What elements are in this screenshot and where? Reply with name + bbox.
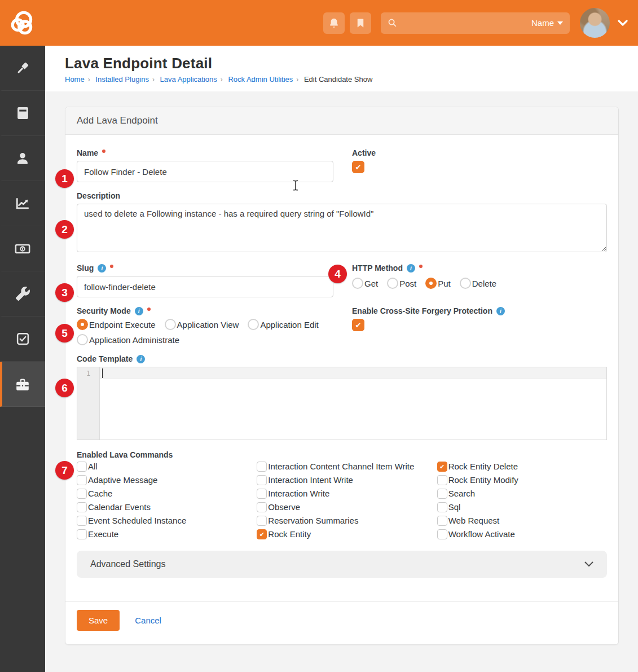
lava-command-observe[interactable]: Observe (257, 502, 426, 512)
lava-command-adaptive-message[interactable]: Adaptive Message (77, 475, 247, 485)
breadcrumb-installed-plugins[interactable]: Installed Plugins (95, 75, 149, 84)
lava-command-interaction-intent-write[interactable]: Interaction Intent Write (257, 475, 426, 485)
notifications-button[interactable] (323, 12, 345, 34)
checkbox-cache[interactable] (77, 489, 87, 499)
lava-command-rock-entity-modify[interactable]: Rock Entity Modify (437, 475, 607, 485)
global-search[interactable]: Name (381, 12, 570, 34)
checkbox-reservation-summaries[interactable] (257, 516, 267, 526)
cancel-button[interactable]: Cancel (135, 616, 161, 625)
sidebar-item-finance[interactable] (0, 226, 45, 271)
sidebar-item-reports[interactable] (0, 181, 45, 226)
sidebar-item-library[interactable] (0, 91, 45, 136)
active-checkbox[interactable] (352, 161, 364, 173)
user-menu-chevron-icon[interactable] (618, 20, 628, 27)
page-title: Lava Endpoint Detail (65, 55, 638, 72)
save-button[interactable]: Save (77, 610, 120, 631)
checkbox-interaction-write[interactable] (257, 489, 267, 499)
security-mode-option-application-edit[interactable]: Application Edit (248, 319, 318, 330)
http-method-option-delete[interactable]: Delete (460, 278, 496, 289)
http-method-option-post[interactable]: Post (387, 278, 416, 289)
security-mode-option-endpoint-execute[interactable]: Endpoint Execute (77, 319, 156, 330)
lava-command-cache[interactable]: Cache (77, 489, 247, 499)
lava-command-interaction-content-channel-item-write[interactable]: Interaction Content Channel Item Write (257, 462, 426, 472)
radio-put[interactable] (425, 278, 437, 289)
security-mode-option-application-view[interactable]: Application View (165, 319, 239, 330)
lava-command-reservation-summaries[interactable]: Reservation Summaries (257, 516, 426, 526)
slug-input[interactable] (77, 276, 333, 297)
checkbox-adaptive-message[interactable] (77, 475, 87, 485)
name-label: Name (77, 148, 333, 157)
radio-delete[interactable] (460, 278, 471, 289)
checkbox-rock-entity[interactable] (257, 529, 267, 539)
description-textarea[interactable]: used to delete a Following instance - ha… (77, 204, 607, 252)
radio-application-edit[interactable] (248, 319, 259, 330)
checkbox-rock-entity-delete[interactable] (437, 462, 447, 472)
breadcrumb-home[interactable]: Home (65, 75, 85, 84)
radio-post[interactable] (387, 278, 398, 289)
bookmark-icon (355, 18, 366, 28)
info-icon[interactable]: i (407, 264, 415, 273)
gavel-icon (15, 61, 30, 76)
required-indicator (102, 150, 105, 153)
checkbox-event-scheduled-instance[interactable] (77, 516, 87, 526)
breadcrumb-lava-applications[interactable]: Lava Applications (160, 75, 217, 84)
text-caret (102, 368, 103, 378)
app-logo[interactable] (0, 9, 45, 37)
lava-command-event-scheduled-instance[interactable]: Event Scheduled Instance (77, 516, 247, 526)
checkbox-search[interactable] (437, 489, 447, 499)
name-input[interactable] (77, 161, 333, 182)
checkbox-interaction-intent-write[interactable] (257, 475, 267, 485)
info-icon[interactable]: i (135, 307, 143, 315)
csrf-checkbox[interactable] (352, 319, 364, 331)
search-scope-dropdown[interactable]: Name (531, 18, 563, 28)
sidebar-item-people[interactable] (0, 136, 45, 181)
avatar[interactable] (580, 8, 610, 38)
info-icon[interactable]: i (496, 307, 505, 315)
lava-command-sql[interactable]: Sql (437, 502, 607, 512)
bookmarks-button[interactable] (350, 12, 371, 34)
lava-command-rock-entity[interactable]: Rock Entity (257, 529, 426, 539)
advanced-settings-label: Advanced Settings (90, 559, 165, 569)
checkbox-all[interactable] (77, 462, 87, 472)
radio-endpoint-execute[interactable] (77, 319, 88, 330)
checkbox-interaction-content-channel-item-write[interactable] (257, 462, 267, 472)
sidebar-item-admin[interactable] (0, 46, 45, 91)
checkbox-execute[interactable] (77, 529, 87, 539)
line-number: 1 (86, 370, 90, 377)
radio-application-administrate[interactable] (77, 334, 88, 345)
code-template-editor[interactable]: 1 (77, 367, 607, 440)
radio-get[interactable] (352, 278, 363, 289)
sidebar (0, 46, 45, 672)
active-field-group: Active (352, 148, 607, 182)
lava-command-execute[interactable]: Execute (77, 529, 247, 539)
money-bill-icon (15, 241, 30, 257)
sidebar-item-tools[interactable] (0, 271, 45, 317)
breadcrumb-rock-admin-utilities[interactable]: Rock Admin Utilities (228, 75, 293, 84)
required-indicator (110, 265, 113, 268)
checkbox-calendar-events[interactable] (77, 502, 87, 512)
checkbox-workflow-activate[interactable] (437, 529, 447, 539)
checkbox-observe[interactable] (257, 502, 267, 512)
lava-command-interaction-write[interactable]: Interaction Write (257, 489, 426, 499)
sidebar-item-checkin[interactable] (0, 317, 45, 362)
http-method-option-put[interactable]: Put (425, 278, 451, 289)
security-mode-option-application-administrate[interactable]: Application Administrate (77, 334, 179, 345)
radio-application-view[interactable] (165, 319, 176, 330)
lava-command-workflow-activate[interactable]: Workflow Activate (437, 529, 607, 539)
checkbox-sql[interactable] (437, 502, 447, 512)
http-method-option-get[interactable]: Get (352, 278, 378, 289)
lava-command-all[interactable]: All (77, 462, 247, 472)
checkbox-web-request[interactable] (437, 516, 447, 526)
annotation-badge-1: 1 (55, 169, 74, 188)
lava-command-web-request[interactable]: Web Request (437, 516, 607, 526)
lava-command-rock-entity-delete[interactable]: Rock Entity Delete (437, 462, 607, 472)
lava-command-calendar-events[interactable]: Calendar Events (77, 502, 247, 512)
sidebar-item-installed-plugins[interactable] (0, 362, 45, 407)
info-icon[interactable]: i (98, 264, 106, 273)
checkbox-rock-entity-modify[interactable] (437, 475, 447, 485)
info-icon[interactable]: i (137, 355, 145, 363)
lava-command-search[interactable]: Search (437, 489, 607, 499)
code-editor-content[interactable] (100, 367, 606, 440)
advanced-settings-toggle[interactable]: Advanced Settings (77, 551, 607, 578)
search-input[interactable] (402, 18, 531, 28)
